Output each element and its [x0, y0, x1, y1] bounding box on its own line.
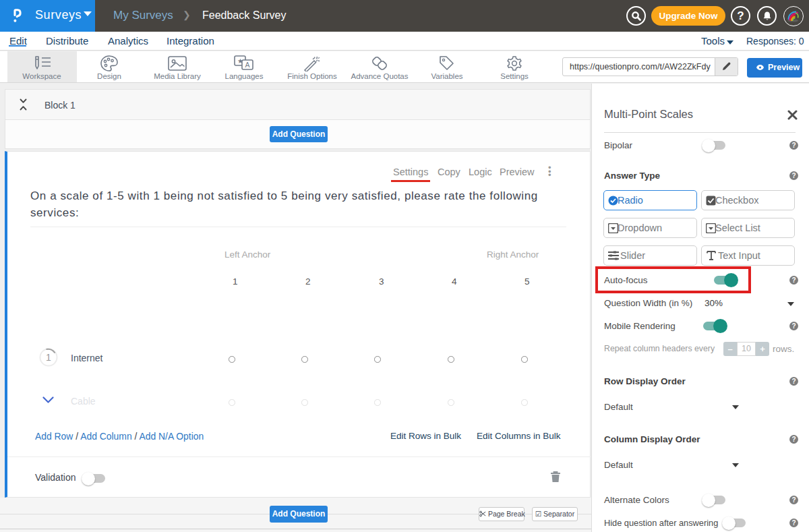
svg-text:A: A [245, 61, 250, 69]
svg-text:1: 1 [46, 352, 51, 363]
